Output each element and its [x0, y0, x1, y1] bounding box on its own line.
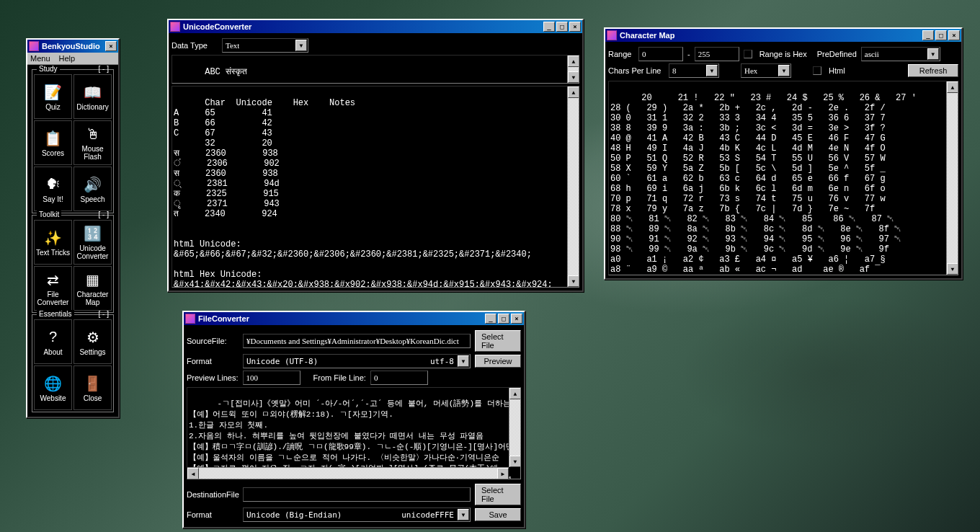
tool-dictionary[interactable]: 📖Dictionary	[74, 74, 112, 119]
chars-per-line-select[interactable]: 8 ▼	[669, 63, 719, 78]
minimize-button[interactable]: _	[922, 30, 934, 40]
destination-file-input[interactable]	[243, 487, 471, 502]
collapse-toggle[interactable]: [ - ]	[99, 65, 109, 73]
tool-website[interactable]: 🌐Website	[34, 365, 72, 410]
tool-quiz[interactable]: 📝Quiz	[34, 74, 72, 119]
scrollbar-h[interactable]: ◀▶	[187, 467, 509, 479]
select-destination-file-button[interactable]: Select File	[475, 484, 521, 505]
tool-scores[interactable]: 📋Scores	[34, 120, 72, 165]
menubar: Menu Help	[27, 53, 118, 65]
input-textarea[interactable]: ABC संस्कृत ▲▼	[172, 55, 579, 84]
maximize-button[interactable]: □	[498, 314, 509, 324]
range-label: Range	[608, 50, 634, 58]
close-button[interactable]: ×	[511, 314, 522, 324]
chevron-down-icon: ▼	[458, 355, 469, 367]
tool-mouse-flash[interactable]: 🖱Mouse Flash	[74, 120, 112, 165]
preview-textarea[interactable]: -ㄱ[접미사]《옛말》어미 ´-아/-어´,´-고´ 등에 붙어, 머세(語勢)…	[187, 387, 521, 479]
format-in-select[interactable]: Unicode (UTF-8) utf-8 ▼	[243, 354, 471, 368]
output-textarea[interactable]: Char Unicode Hex Notes A 65 41 B 66 42 C…	[172, 86, 579, 288]
chevron-down-icon: ▼	[458, 509, 469, 520]
range-is-hex-checkbox[interactable]	[744, 50, 752, 58]
tool-label: File Converter	[35, 291, 71, 306]
range-from-input[interactable]	[638, 47, 683, 61]
app-icon	[607, 30, 617, 40]
window-title: BenkyouStudio	[42, 42, 100, 50]
scrollbar[interactable]: ▲▼	[946, 81, 958, 275]
app-icon	[185, 314, 195, 324]
titlebar[interactable]: UnicodeConverter _ □ ×	[169, 20, 582, 33]
data-type-select[interactable]: Text ▼	[222, 38, 308, 53]
from-file-line-input[interactable]	[370, 371, 428, 385]
window-title: Character Map	[620, 31, 674, 40]
tool-unicode-converter[interactable]: 🔢Unicode Converter	[74, 220, 112, 265]
select-source-file-button[interactable]: Select File	[475, 330, 521, 352]
close-button[interactable]: ×	[105, 41, 117, 51]
format-out-select[interactable]: Unicode (Big-Endian) unicodeFFFE ▼	[243, 507, 471, 522]
titlebar[interactable]: BenkyouStudio ×	[27, 40, 118, 53]
collapse-toggle[interactable]: [ - ]	[99, 310, 109, 318]
data-type-label: Data Type	[172, 41, 218, 50]
speech-icon: 🔊	[84, 175, 102, 194]
section-legend: Study	[37, 65, 60, 73]
chevron-down-icon: ▼	[778, 65, 790, 76]
tool-label: Dictionary	[76, 103, 108, 111]
tool-about[interactable]: ?About	[34, 319, 72, 364]
mouse-flash-icon: 🖱	[84, 125, 102, 143]
file-converter-icon: ⇄	[44, 270, 63, 289]
tool-label: Say It!	[43, 195, 63, 203]
preview-lines-input[interactable]	[243, 371, 300, 385]
menu-item-help[interactable]: Help	[59, 54, 76, 63]
minimize-button[interactable]: _	[485, 314, 496, 324]
tool-label: Quiz	[45, 103, 61, 111]
tool-close[interactable]: 🚪Close	[74, 365, 112, 410]
range-is-hex-label: Range is Hex	[760, 50, 807, 58]
close-button[interactable]: ×	[948, 30, 960, 40]
html-label: Html	[829, 66, 845, 75]
save-button[interactable]: Save	[475, 508, 521, 521]
quiz-icon: 📝	[44, 83, 63, 102]
scrollbar[interactable]: ▲▼	[567, 87, 579, 287]
chars-per-line-label: Chars Per Line	[608, 66, 664, 75]
unicode-converter-icon: 🔢	[84, 224, 102, 243]
display-mode-select[interactable]: Hex ▼	[741, 63, 791, 78]
about-icon: ?	[44, 328, 63, 347]
predefined-select[interactable]: ascii ▼	[861, 47, 940, 61]
tool-label: Website	[40, 394, 66, 402]
close-icon: 🚪	[84, 374, 102, 393]
window-title: FileConverter	[198, 314, 249, 323]
format-out-label: Format	[187, 510, 239, 519]
settings-icon: ⚙	[84, 328, 102, 347]
tool-settings[interactable]: ⚙Settings	[74, 319, 112, 364]
close-button[interactable]: ×	[569, 22, 581, 32]
range-separator: -	[687, 50, 690, 58]
source-file-input[interactable]	[243, 334, 471, 348]
tool-file-converter[interactable]: ⇄File Converter	[34, 266, 72, 311]
charmap-grid[interactable]: 20 21 ! 22 " 23 # 24 $ 25 % 26 & 27 ' 28…	[608, 81, 958, 275]
maximize-button[interactable]: □	[556, 22, 568, 32]
refresh-button[interactable]: Refresh	[908, 64, 958, 77]
html-checkbox[interactable]	[813, 66, 821, 75]
preview-button[interactable]: Preview	[475, 355, 521, 368]
scrollbar-v[interactable]: ▲▼	[509, 388, 520, 467]
minimize-button[interactable]: _	[543, 22, 555, 32]
preview-lines-label: Preview Lines:	[187, 373, 239, 382]
titlebar[interactable]: FileConverter _ □ ×	[184, 312, 524, 325]
chevron-down-icon: ▼	[295, 40, 307, 51]
app-icon	[170, 22, 180, 32]
tool-label: About	[43, 348, 62, 356]
tool-character-map[interactable]: ▦Character Map	[74, 266, 112, 311]
tool-text-tricks[interactable]: ✨Text Tricks	[34, 220, 72, 265]
window-title: UnicodeConverter	[183, 22, 251, 31]
tool-say-it-[interactable]: 🗣Say It!	[34, 167, 72, 211]
from-file-line-label: From File Line:	[313, 373, 366, 382]
maximize-button[interactable]: □	[935, 30, 947, 40]
format-in-label: Format	[187, 357, 239, 365]
scrollbar[interactable]: ▲▼	[567, 56, 579, 83]
chevron-down-icon: ▼	[927, 48, 939, 60]
collapse-toggle[interactable]: [ - ]	[99, 210, 109, 218]
range-to-input[interactable]	[695, 47, 739, 61]
tool-speech[interactable]: 🔊Speech	[74, 167, 112, 211]
titlebar[interactable]: Character Map _ □ ×	[605, 29, 961, 42]
menu-item-menu[interactable]: Menu	[30, 54, 50, 63]
character-map-icon: ▦	[84, 270, 102, 289]
